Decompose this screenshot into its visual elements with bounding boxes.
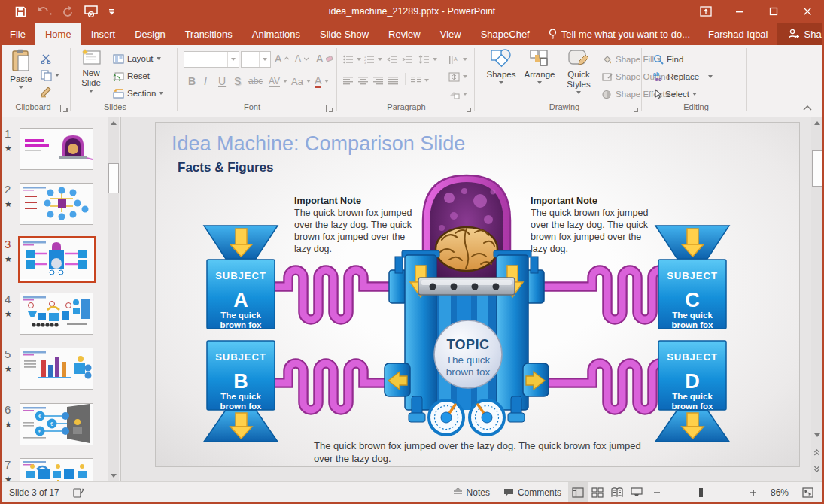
clear-formatting-button[interactable]: A: [316, 51, 333, 66]
text-shadow-button[interactable]: S: [234, 74, 241, 89]
account-name[interactable]: Farshad Iqbal: [699, 23, 777, 45]
slide-indicator[interactable]: Slide 3 of 17: [0, 482, 66, 503]
scroll-up-button[interactable]: [811, 117, 822, 129]
panel-scrollbar-thumb[interactable]: [108, 163, 119, 193]
arrange-button[interactable]: Arrange: [521, 49, 558, 84]
increase-indent-button[interactable]: [402, 52, 412, 67]
panel-scroll-down-button[interactable]: [108, 469, 119, 481]
font-name-select[interactable]: [184, 51, 239, 68]
decrease-indent-button[interactable]: [387, 52, 397, 67]
slide-thumbnail-7[interactable]: [20, 458, 93, 483]
drawing-dialog-launcher[interactable]: [631, 105, 638, 112]
tab-animations[interactable]: Animations: [242, 23, 310, 45]
undo-icon[interactable]: [37, 6, 52, 17]
next-slide-button[interactable]: [811, 463, 822, 475]
tab-slide-show[interactable]: Slide Show: [310, 23, 379, 45]
reset-button[interactable]: Reset: [113, 68, 150, 83]
tell-me-box[interactable]: Tell me what you want to do...: [540, 23, 699, 45]
text-direction-button[interactable]: A: [448, 52, 467, 67]
slide-thumbnail-6[interactable]: €€€: [20, 403, 93, 445]
redo-icon[interactable]: [62, 6, 74, 17]
slide-thumbnail-1[interactable]: [20, 128, 93, 170]
cut-button[interactable]: [41, 51, 52, 66]
reading-view-button[interactable]: [607, 482, 627, 503]
slide-sorter-view-button[interactable]: [588, 482, 607, 503]
scrollbar-thumb[interactable]: [812, 150, 822, 187]
save-icon[interactable]: [15, 6, 26, 17]
maximize-button[interactable]: [756, 0, 790, 23]
decrease-font-size-button[interactable]: A: [295, 51, 309, 66]
increase-font-size-button[interactable]: A: [275, 51, 289, 66]
share-button[interactable]: Share: [777, 23, 824, 45]
format-painter-button[interactable]: [41, 84, 52, 99]
slide-thumbnail-4[interactable]: [20, 293, 93, 335]
minimize-button[interactable]: [722, 0, 756, 23]
columns-button[interactable]: [411, 73, 429, 88]
replace-button[interactable]: abacReplace: [653, 69, 713, 84]
paste-button[interactable]: Paste: [5, 49, 38, 89]
fit-slide-to-window-button[interactable]: [795, 482, 824, 503]
justify-button[interactable]: [388, 73, 398, 88]
start-slideshow-icon[interactable]: [84, 5, 98, 17]
shapes-button[interactable]: Shapes: [483, 49, 519, 84]
bullets-button[interactable]: [343, 52, 361, 67]
align-center-button[interactable]: [358, 73, 368, 88]
tab-home[interactable]: Home: [35, 23, 81, 45]
quick-styles-button[interactable]: Quick Styles: [560, 49, 597, 94]
subject-box-c[interactable]: SUBJECT C The quick brown fox: [658, 260, 726, 329]
zoom-out-button[interactable]: [646, 482, 667, 503]
find-button[interactable]: Find: [653, 52, 683, 67]
tab-insert[interactable]: Insert: [81, 23, 126, 45]
tab-transitions[interactable]: Transitions: [175, 23, 242, 45]
subject-box-d[interactable]: SUBJECT D The quick brown fox: [658, 341, 726, 411]
align-right-button[interactable]: [373, 73, 383, 88]
slide-thumbnail-2[interactable]: [20, 183, 93, 225]
strikethrough-button[interactable]: abc: [248, 74, 263, 89]
font-color-button[interactable]: A: [315, 74, 329, 89]
editor-vertical-scrollbar[interactable]: [811, 117, 822, 481]
layout-button[interactable]: Layout: [113, 51, 161, 66]
tab-file[interactable]: File: [0, 23, 35, 45]
collapse-ribbon-icon[interactable]: [802, 104, 813, 111]
zoom-level[interactable]: 86%: [764, 482, 795, 503]
slide-canvas[interactable]: Idea Machine: Comparison Slide Facts & F…: [156, 123, 799, 466]
tab-design[interactable]: Design: [125, 23, 175, 45]
slide-thumbnail-3[interactable]: [18, 236, 96, 283]
proofing-icon[interactable]: [66, 482, 91, 503]
italic-button[interactable]: I: [204, 74, 207, 89]
align-left-button[interactable]: [343, 73, 353, 88]
bold-button[interactable]: B: [188, 74, 196, 89]
line-spacing-button[interactable]: [418, 52, 437, 67]
topic-circle[interactable]: TOPIC The quick brown fox: [434, 320, 502, 388]
slide-thumbnail-5[interactable]: [20, 348, 93, 390]
zoom-slider-handle[interactable]: [699, 488, 703, 497]
convert-to-smartart-button[interactable]: [448, 87, 467, 102]
paragraph-dialog-launcher[interactable]: [464, 105, 471, 112]
clipboard-dialog-launcher[interactable]: [60, 105, 68, 112]
underline-button[interactable]: U: [218, 74, 226, 89]
idea-machine-graphic[interactable]: SUBJECT A The quick brown fox SUBJECT B …: [156, 123, 799, 466]
slide-editor-area[interactable]: Idea Machine: Comparison Slide Facts & F…: [121, 117, 811, 481]
align-text-button[interactable]: [448, 69, 467, 84]
tab-shapechef[interactable]: ShapeChef: [471, 23, 540, 45]
slideshow-view-button[interactable]: [627, 482, 646, 503]
previous-slide-button[interactable]: [811, 446, 822, 458]
close-button[interactable]: [790, 0, 824, 23]
numbering-button[interactable]: 123: [364, 52, 382, 67]
select-button[interactable]: Select: [653, 87, 697, 102]
font-dialog-launcher[interactable]: [326, 105, 333, 112]
subject-box-a[interactable]: SUBJECT A The quick brown fox: [207, 260, 275, 329]
tab-view[interactable]: View: [430, 23, 471, 45]
subject-box-b[interactable]: SUBJECT B The quick brown fox: [207, 341, 275, 411]
character-spacing-button[interactable]: AV: [269, 74, 287, 89]
scroll-down-button[interactable]: [811, 429, 822, 441]
comments-toggle[interactable]: Comments: [497, 482, 568, 503]
tab-review[interactable]: Review: [379, 23, 430, 45]
new-slide-button[interactable]: New Slide: [74, 49, 108, 93]
customize-qat-icon[interactable]: [108, 8, 115, 15]
zoom-in-button[interactable]: [743, 482, 764, 503]
normal-view-button[interactable]: [568, 482, 588, 503]
notes-toggle[interactable]: Notes: [446, 482, 497, 503]
ribbon-display-options-icon[interactable]: [689, 0, 722, 23]
section-button[interactable]: Section: [113, 86, 163, 101]
